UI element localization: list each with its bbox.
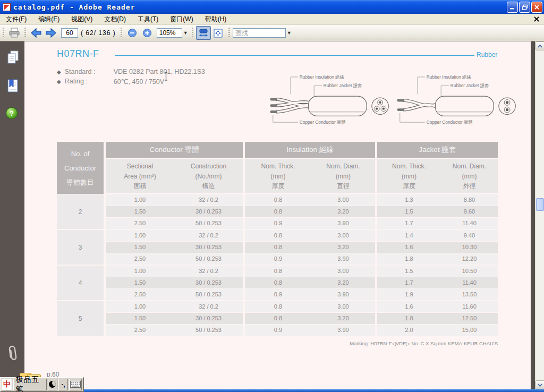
minimize-icon [509,4,515,10]
minimize-button[interactable] [507,2,518,13]
bookmarks-icon [6,79,20,93]
pages-panel-button[interactable] [6,50,20,67]
cell-value: 32 / 0.2 [174,194,243,206]
print-button[interactable] [7,26,22,40]
text-cursor [164,71,168,83]
table-cell: 1.38.80 [377,194,498,206]
zoom-out-button[interactable] [125,26,140,40]
cell-value: 1.00 [106,266,174,277]
cell-value: 11.40 [441,218,498,229]
cell-value: 1.00 [106,230,174,241]
table-cell: 1.0032 / 0.2 [106,301,243,312]
header-construction: Construction(No./mm)構造 [174,159,243,193]
toolbar-grip[interactable] [24,28,26,38]
cell-value: 1.4 [377,230,441,241]
fit-page-button[interactable] [211,26,226,40]
table-cell: 1.49.40 [377,230,498,241]
table-cell: 1.812.20 [377,253,498,265]
adobe-reader-window: catalog.pdf - Adobe Reader 文件(F) 编辑(E) [0,0,544,392]
close-x-icon [534,16,539,22]
cell-value: 0.8 [245,313,311,324]
toolbar-grip[interactable] [3,28,4,38]
menu-document[interactable]: 文档(D) [98,14,132,25]
close-button[interactable] [531,2,542,13]
ime-softkeyboard-button[interactable] [69,379,82,390]
rating-label: Rating : [65,78,114,86]
fit-page-icon [214,29,223,38]
cell-value: 9.60 [441,206,498,217]
table-cell: 0.83.00 [245,194,375,206]
table-cell: 2.5050 / 0.253 [106,253,243,265]
svg-text:Rubber Insulation 絕緣: Rubber Insulation 絕緣 [300,74,344,80]
ime-language-button[interactable]: 中 [2,379,12,390]
toolbar-grip[interactable] [192,28,193,38]
menu-file[interactable]: 文件(F) [0,14,32,25]
cell-value: 12.50 [441,313,498,324]
ime-name-button[interactable]: 极品五笔 [13,379,46,390]
standard-value: VDE 0282 Part 801, HD22.1S3 [114,68,205,76]
table-cell: 0.83.20 [245,277,375,288]
close-document-button[interactable] [532,15,541,23]
zoom-dropdown-arrow[interactable]: ▼ [182,28,189,38]
chevron-down-icon [538,384,542,387]
cable-diagram-3core: Rubber Insulation 絕緣 Rubber Jacket 護套 Co… [268,71,395,129]
bookmarks-panel-button[interactable] [6,79,20,96]
find-dropdown-arrow[interactable]: ▼ [286,28,293,38]
header-insulation-thickness: Nom. Thick.(mm)厚度 [245,159,311,193]
table-cell: 0.93.90 [245,289,375,300]
cell-value: 1.9 [377,289,441,300]
howto-help-button[interactable]: ? [6,107,18,119]
cell-value: 2.50 [106,325,174,336]
cell-value: 50 / 0.253 [174,253,243,265]
title-bar: catalog.pdf - Adobe Reader [0,0,544,14]
scroll-up-button[interactable] [536,41,544,50]
table-row: 1.0032 / 0.20.83.001.611.60 [106,301,498,312]
table-row: 1.5030 / 0.2530.83.201.610.30 [106,242,498,253]
zoom-level-input[interactable] [157,28,182,38]
cell-value: 3.00 [311,301,375,312]
cell-value: 3.90 [311,325,375,336]
page-number-input[interactable] [61,28,78,38]
find-input[interactable] [233,28,286,38]
ime-fullwidth-button[interactable] [48,379,57,390]
scrollbar-thumb[interactable] [536,198,544,211]
table-cell: 1.5030 / 0.253 [106,313,243,324]
ime-punctuation-button[interactable]: ·, [58,379,68,390]
chevron-up-icon [538,45,542,48]
table-cell: 0.93.90 [245,218,375,229]
menu-window[interactable]: 窗口(W) [164,14,199,25]
next-view-button[interactable] [44,26,58,40]
attachments-panel-button[interactable] [6,344,20,364]
cell-value: 32 / 0.2 [174,266,243,277]
table-row: 2.5050 / 0.2530.93.901.913.50 [106,289,498,300]
table-cell: 1.610.30 [377,242,498,253]
toolbar-grip[interactable] [228,28,230,38]
table-row-group: 51.0032 / 0.20.83.001.611.601.5030 / 0.2… [57,301,498,336]
standard-row: ◆ Standard : VDE 0282 Part 801, HD22.1S3 [57,68,205,76]
previous-view-button[interactable] [29,26,44,40]
cell-value: 3.00 [311,230,375,241]
spec-table: No. of Conductor 導體數目 Conductor 導體 Secti… [57,142,498,337]
table-cell: 1.711.40 [377,218,498,229]
cell-value: 1.50 [106,242,174,253]
table-row-group: 41.0032 / 0.20.83.001.510.501.5030 / 0.2… [57,266,498,300]
menu-tools[interactable]: 工具(T) [132,14,164,25]
toolbar-grip[interactable] [121,28,122,38]
vertical-scrollbar[interactable] [535,41,544,389]
table-row: 1.0032 / 0.20.83.001.510.50 [106,266,498,277]
scroll-down-button[interactable] [536,380,544,389]
table-row-set: 1.0032 / 0.20.83.001.611.601.5030 / 0.25… [106,301,498,336]
zoom-in-button[interactable] [140,26,155,40]
cell-value: 32 / 0.2 [174,230,243,241]
cell-value: 2.0 [377,325,441,336]
header-no-of-conductor: No. of Conductor 導體數目 [57,142,104,194]
header-group-conductor: Conductor 導體 SectionalArea (mm²)面積 Const… [106,142,243,194]
menu-view[interactable]: 视图(V) [65,14,98,25]
diamond-bullet-icon: ◆ [57,68,61,76]
cell-value: 1.7 [377,218,441,229]
menu-edit[interactable]: 编辑(E) [32,14,65,25]
restore-button[interactable] [519,2,530,13]
fit-width-button[interactable] [196,26,211,40]
menu-help[interactable]: 帮助(H) [199,14,233,25]
table-cell: 0.93.90 [245,325,375,336]
